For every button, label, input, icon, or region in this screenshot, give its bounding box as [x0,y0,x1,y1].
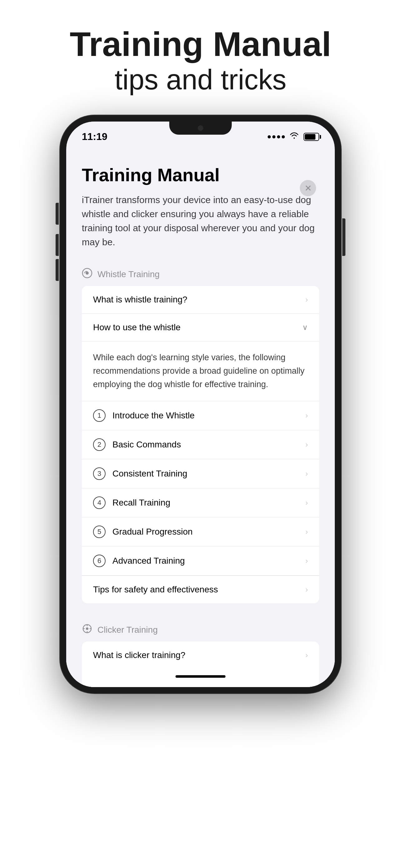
whistle-section-label: Whistle Training [97,269,160,279]
numbered-item-1[interactable]: 1 Introduce the Whistle › [82,401,319,430]
numbered-item-5[interactable]: 5 Gradual Progression › [82,518,319,547]
what-is-whistle-chevron: › [305,295,308,304]
numbered-item-2[interactable]: 2 Basic Commands › [82,430,319,459]
card-description: iTrainer transforms your device into an … [82,193,319,249]
numbered-item-2-text: Basic Commands [112,440,181,450]
phone-shell: 11:19 [60,115,341,693]
numbered-item-2-chevron: › [305,440,308,449]
numbered-item-5-text: Gradual Progression [112,527,193,537]
numbered-item-1-left: 1 Introduce the Whistle [93,409,195,422]
card-content: ✕ Training Manual iTrainer transforms yo… [66,149,335,603]
numbered-item-3-left: 3 Consistent Training [93,467,188,480]
numbered-item-5-left: 5 Gradual Progression [93,526,193,538]
page-title: Training Manual [70,25,331,63]
tips-label: Tips for safety and effectiveness [93,585,218,595]
scroll-indicator [82,669,319,687]
how-to-use-label: How to use the whistle [93,322,180,333]
clicker-section: Clicker Training What is clicker trainin… [66,611,335,687]
numbered-item-4-chevron: › [305,498,308,507]
home-indicator [175,675,226,678]
numbered-item-2-left: 2 Basic Commands [93,438,181,451]
close-icon: ✕ [304,183,312,193]
page-header: Training Manual tips and tricks [57,0,343,115]
whistle-icon [82,268,93,281]
phone-screen: 11:19 [66,122,335,687]
signal-dots [268,135,285,138]
whistle-section-header: Whistle Training [82,261,319,286]
what-is-whistle-item[interactable]: What is whistle training? › [82,286,319,314]
numbered-item-6-text: Advanced Training [112,556,185,566]
numbered-item-3-text: Consistent Training [112,469,188,479]
number-circle-6: 6 [93,555,106,567]
page-subtitle: tips and tricks [70,63,331,97]
expanded-text: While each dog's learning style varies, … [93,351,308,392]
numbered-item-4-left: 4 Recall Training [93,496,170,509]
signal-dot-4 [282,135,285,138]
notch [169,122,232,135]
what-is-whistle-label: What is whistle training? [93,294,188,305]
card-title: Training Manual [82,164,319,185]
numbered-item-6-chevron: › [305,556,308,565]
status-bar: 11:19 [66,122,335,146]
how-to-use-item[interactable]: How to use the whistle ∨ [82,314,319,342]
number-circle-4: 4 [93,496,106,509]
numbered-item-4[interactable]: 4 Recall Training › [82,488,319,518]
expanded-content: While each dog's learning style varies, … [82,342,319,401]
signal-dot-2 [272,135,275,138]
numbered-item-1-chevron: › [305,411,308,420]
numbered-item-6-left: 6 Advanced Training [93,555,185,567]
clicker-what-label: What is clicker training? [93,650,186,660]
whistle-list-group: What is whistle training? › How to use t… [82,286,319,603]
status-icons [268,132,319,142]
numbered-item-1-text: Introduce the Whistle [112,410,195,421]
status-time: 11:19 [82,131,107,143]
numbered-item-4-text: Recall Training [112,498,170,508]
battery-icon [304,133,319,141]
battery-fill [305,134,315,140]
clicker-list-group: What is clicker training? › [82,642,319,669]
signal-dot-1 [268,135,271,138]
number-circle-1: 1 [93,409,106,422]
number-circle-5: 5 [93,526,106,538]
card-sheet: ✕ Training Manual iTrainer transforms yo… [66,149,335,687]
clicker-section-label: Clicker Training [97,625,158,635]
svg-point-1 [86,272,89,275]
clicker-what-item[interactable]: What is clicker training? › [82,642,319,669]
clicker-section-header: Clicker Training [82,617,319,642]
tips-chevron: › [305,585,308,594]
signal-dot-3 [277,135,280,138]
clicker-what-chevron: › [305,651,308,660]
number-circle-2: 2 [93,438,106,451]
number-circle-3: 3 [93,467,106,480]
clicker-icon [82,623,93,637]
tips-item[interactable]: Tips for safety and effectiveness › [82,576,319,603]
camera-dot [198,125,203,131]
numbered-item-3[interactable]: 3 Consistent Training › [82,459,319,488]
close-button[interactable]: ✕ [300,180,316,196]
svg-point-3 [86,627,89,630]
numbered-item-3-chevron: › [305,469,308,478]
phone-wrapper: 11:19 [60,115,341,693]
wifi-icon [289,132,299,142]
numbered-item-6[interactable]: 6 Advanced Training › [82,547,319,576]
numbered-item-5-chevron: › [305,527,308,536]
how-to-use-chevron: ∨ [302,323,308,332]
